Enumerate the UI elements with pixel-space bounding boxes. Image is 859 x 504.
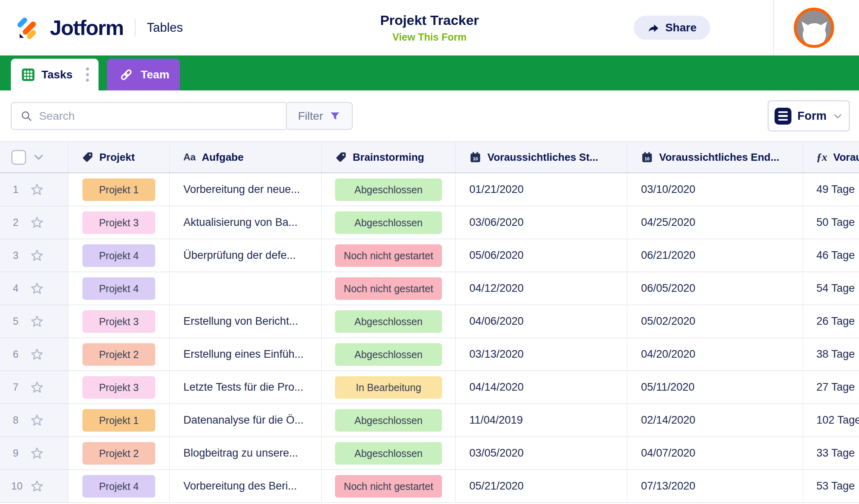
duration-cell[interactable]: 38 Tage [803, 338, 859, 371]
table-row[interactable]: 2 Projekt 3 Aktualisierung von Ba... Abg… [0, 206, 859, 239]
column-header-brainstorming[interactable]: Brainstorming [322, 142, 456, 172]
aufgabe-cell[interactable]: Erstellung von Bericht... [170, 305, 322, 338]
duration-cell[interactable]: 26 Tage [803, 305, 859, 338]
tab-team[interactable]: Team [107, 59, 180, 90]
end-date-cell[interactable]: 02/14/2020 [627, 404, 803, 436]
star-icon[interactable] [30, 314, 44, 329]
end-date-cell[interactable]: 05/02/2020 [627, 305, 803, 338]
user-avatar[interactable] [794, 8, 834, 48]
tab-options-kebab-icon[interactable] [84, 65, 91, 84]
column-header-projekt[interactable]: Projekt [68, 142, 170, 172]
projekt-cell[interactable]: Projekt 2 [68, 437, 170, 469]
star-icon[interactable] [30, 215, 44, 230]
tab-tasks[interactable]: Tasks [11, 59, 99, 90]
start-date-cell[interactable]: 03/05/2020 [456, 437, 627, 469]
start-date-cell[interactable]: 01/21/2020 [456, 173, 627, 206]
aufgabe-cell[interactable]: Erstellung eines Einfüh... [170, 338, 322, 371]
duration-cell[interactable]: 53 Tage [803, 470, 859, 502]
star-icon[interactable] [30, 380, 44, 395]
start-date-cell[interactable]: 03/06/2020 [456, 206, 627, 239]
start-date-cell[interactable]: 05/06/2020 [456, 239, 627, 272]
duration-cell[interactable]: 33 Tage [803, 437, 859, 469]
status-cell[interactable]: In Bearbeitung [322, 371, 456, 404]
aufgabe-cell[interactable]: Blogbeitrag zu unsere... [170, 437, 322, 469]
aufgabe-cell[interactable]: Überprüfung der defe... [170, 239, 322, 272]
start-date-cell[interactable]: 03/13/2020 [456, 338, 627, 371]
status-cell[interactable]: Abgeschlossen [322, 206, 456, 239]
duration-cell[interactable]: 54 Tage [803, 272, 859, 305]
end-date-cell[interactable]: 03/10/2020 [627, 173, 803, 206]
status-cell[interactable]: Noch nicht gestartet [322, 470, 456, 502]
star-icon[interactable] [30, 479, 44, 494]
projekt-cell[interactable]: Projekt 3 [68, 206, 170, 239]
chevron-down-icon[interactable] [32, 151, 45, 164]
star-icon[interactable] [30, 281, 44, 296]
aufgabe-cell[interactable]: Datenanalyse für die Ö... [170, 404, 322, 436]
end-date-cell[interactable]: 07/13/2020 [627, 470, 803, 502]
star-icon[interactable] [30, 446, 44, 461]
star-icon[interactable] [30, 182, 44, 197]
duration-cell[interactable]: 46 Tage [803, 239, 859, 272]
end-date-cell[interactable]: 06/05/2020 [627, 272, 803, 305]
end-date-cell[interactable]: 05/11/2020 [627, 371, 803, 404]
duration-cell[interactable]: 50 Tage [803, 206, 859, 239]
status-cell[interactable]: Noch nicht gestartet [322, 272, 456, 305]
status-cell[interactable]: Abgeschlossen [322, 404, 456, 436]
duration-cell[interactable]: 27 Tage [803, 371, 859, 404]
start-date-cell[interactable]: 04/14/2020 [456, 371, 627, 404]
table-row[interactable]: 4 Projekt 4 Noch nicht gestartet 04/12/2… [0, 272, 859, 305]
projekt-cell[interactable]: Projekt 4 [68, 470, 170, 502]
view-this-form-link[interactable]: View This Form [393, 31, 466, 43]
table-row[interactable]: 7 Projekt 3 Letzte Tests für die Pro... … [0, 371, 859, 404]
share-button[interactable]: Share [634, 16, 710, 40]
status-cell[interactable]: Noch nicht gestartet [322, 239, 456, 272]
column-header-duration[interactable]: ƒx Vorau [803, 142, 859, 172]
brand[interactable]: Jotform Tables [16, 0, 183, 55]
projekt-cell[interactable]: Projekt 4 [68, 272, 170, 305]
end-date-cell[interactable]: 06/21/2020 [627, 239, 803, 272]
aufgabe-cell[interactable]: Vorbereitung der neue... [170, 173, 322, 206]
search-box[interactable] [11, 102, 286, 130]
form-button[interactable]: Form [768, 100, 850, 131]
duration-cell[interactable]: 49 Tage [803, 173, 859, 206]
start-date-cell[interactable]: 04/12/2020 [456, 272, 627, 305]
status-cell[interactable]: Abgeschlossen [322, 437, 456, 469]
table-row[interactable]: 3 Projekt 4 Überprüfung der defe... Noch… [0, 239, 859, 272]
star-icon[interactable] [30, 413, 44, 428]
end-date-cell[interactable]: 04/07/2020 [627, 437, 803, 469]
aufgabe-cell[interactable] [170, 272, 322, 305]
projekt-cell[interactable]: Projekt 2 [68, 338, 170, 371]
start-date-cell[interactable]: 05/21/2020 [456, 470, 627, 502]
projekt-cell[interactable]: Projekt 4 [68, 239, 170, 272]
search-input[interactable] [39, 110, 277, 123]
status-cell[interactable]: Abgeschlossen [322, 173, 456, 206]
duration-cell[interactable]: 102 Tage [803, 404, 859, 436]
select-all-checkbox[interactable] [11, 150, 26, 165]
table-row[interactable]: 6 Projekt 2 Erstellung eines Einfüh... A… [0, 338, 859, 371]
end-date-cell[interactable]: 04/25/2020 [627, 206, 803, 239]
aufgabe-cell[interactable]: Vorbereitung des Beri... [170, 470, 322, 502]
start-date-cell[interactable]: 11/04/2019 [456, 404, 627, 436]
column-header-aufgabe[interactable]: Aa Aufgabe [170, 142, 322, 172]
table-row[interactable]: 9 Projekt 2 Blogbeitrag zu unsere... Abg… [0, 437, 859, 470]
projekt-cell[interactable]: Projekt 1 [68, 404, 170, 436]
aufgabe-cell[interactable]: Letzte Tests für die Pro... [170, 371, 322, 404]
projekt-cell[interactable]: Projekt 1 [68, 173, 170, 206]
table-row[interactable]: 5 Projekt 3 Erstellung von Bericht... Ab… [0, 305, 859, 338]
table-row[interactable]: 1 Projekt 1 Vorbereitung der neue... Abg… [0, 173, 859, 206]
projekt-cell[interactable]: Projekt 3 [68, 371, 170, 404]
projekt-cell[interactable]: Projekt 3 [68, 305, 170, 338]
aufgabe-cell[interactable]: Aktualisierung von Ba... [170, 206, 322, 239]
status-cell[interactable]: Abgeschlossen [322, 338, 456, 371]
filter-button[interactable]: Filter [286, 102, 353, 130]
table-row[interactable]: 10 Projekt 4 Vorbereitung des Beri... No… [0, 470, 859, 503]
end-date-cell[interactable]: 04/20/2020 [627, 338, 803, 371]
star-icon[interactable] [30, 248, 44, 263]
star-icon[interactable] [30, 347, 44, 362]
table-row[interactable]: 8 Projekt 1 Datenanalyse für die Ö... Ab… [0, 404, 859, 437]
start-date-cell[interactable]: 04/06/2020 [456, 305, 627, 338]
column-header-end-date[interactable]: 10 Voraussichtliches End... [627, 142, 803, 172]
projekt-badge: Projekt 3 [82, 310, 155, 333]
column-header-start-date[interactable]: 10 Voraussichtliches St... [456, 142, 627, 172]
status-cell[interactable]: Abgeschlossen [322, 305, 456, 338]
